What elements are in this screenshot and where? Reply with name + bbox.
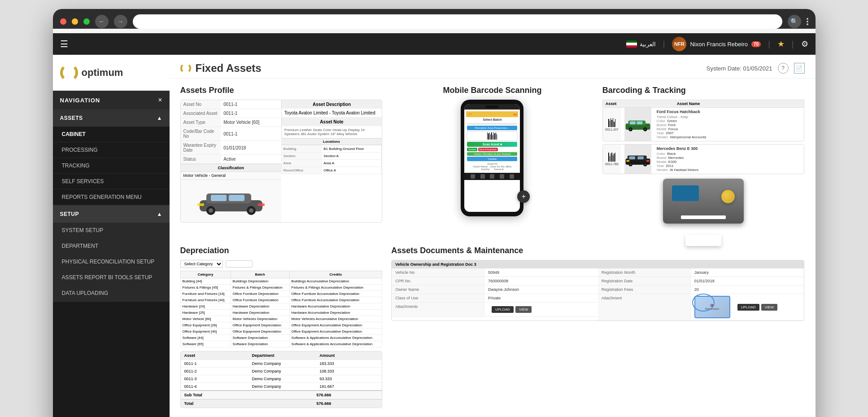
user-section[interactable]: NFR Nixon Francis Rebeiro 70 <box>672 37 761 51</box>
assets-documents-card: Assets Documents & Maintenance Vehicle O… <box>391 246 804 408</box>
svg-rect-21 <box>637 156 644 159</box>
view-button-2[interactable]: VIEW <box>761 304 777 311</box>
vehicle-detail-row: Brand Ford <box>657 123 803 127</box>
active-status: Active <box>467 148 477 151</box>
asset-no-value: 0011-1 <box>221 100 281 109</box>
sidebar-item-reports[interactable]: REPORTS GENERATION MENU <box>53 189 170 205</box>
subtotal-label: Sub Total <box>184 393 308 397</box>
sidebar-item-department[interactable]: DEPARTMENT <box>53 238 170 254</box>
attachment-row: Attachment 🇬🇧 <box>598 294 804 320</box>
minimize-window-button[interactable] <box>72 18 78 25</box>
upload-view-area-2: UPLOAD VIEW <box>734 302 781 312</box>
help-button[interactable]: ? <box>778 63 789 74</box>
vehicle-entry-2: 0011-780 <box>602 144 805 174</box>
phone-top-bar <box>464 104 520 110</box>
phone-bottom-bar <box>464 173 520 180</box>
nav-title: NAVIGATION <box>60 97 100 104</box>
close-window-button[interactable] <box>60 18 66 25</box>
vehicle-detail-row: Vendor Al Haddad Motors <box>657 168 803 172</box>
table-row: Fixtures & Fittings [45] Fixtures & Fitt… <box>180 285 382 291</box>
favorites-icon[interactable]: ★ <box>777 39 785 49</box>
settings-icon[interactable]: ⚙ <box>801 39 808 49</box>
browser-menu-button[interactable] <box>807 18 808 25</box>
update-button[interactable]: Update <box>467 157 517 161</box>
room-value: Office A <box>322 167 382 174</box>
amount-row-4: 0011-4 Demo Company 191.667 <box>181 382 382 390</box>
asset-no-label: Asset No <box>181 100 221 109</box>
table-row: Building B1 Building-Ground Floor <box>281 145 381 153</box>
scan-asset-button[interactable]: Scan Asset ■ <box>467 142 517 147</box>
asset-cell: 0011-4 <box>184 384 243 389</box>
car-image-area <box>181 180 281 222</box>
asset-type-value: Motor Vehicle [60] <box>221 118 281 127</box>
assets-section-title: ASSETS <box>60 115 83 121</box>
table-row: Asset Description <box>281 100 382 109</box>
reg-date-label: Registration Date <box>598 277 691 285</box>
table-row: Hardware [25] Hardware Depreciation Hard… <box>180 310 382 316</box>
amount-header: Amount <box>319 353 378 358</box>
owner-name-value: Dwayne.Johnson <box>484 285 598 294</box>
setup-section-header[interactable]: SETUP ▲ <box>53 206 170 223</box>
sidebar-item-processing[interactable]: PROCESSING <box>53 142 170 158</box>
assets-section-header[interactable]: ASSETS ▲ <box>53 110 170 127</box>
vehicle-detail-row: Model E300 <box>657 160 803 164</box>
page-header: Fixed Assets System Date: 01/05/2021 ? 📄 <box>170 55 816 79</box>
back-button[interactable]: ← <box>95 15 109 28</box>
forward-button[interactable]: → <box>114 15 127 28</box>
vehicle-barcode-1: 0011-247 <box>603 108 621 141</box>
sidebar-item-self-services[interactable]: SELF SERVICES <box>53 174 170 189</box>
desc-header: Asset Description <box>281 100 382 109</box>
svg-point-5 <box>209 208 213 213</box>
category-select[interactable]: Select Category <box>180 260 223 268</box>
notification-badge: 70 <box>751 41 761 47</box>
locations-header: Locations <box>281 138 382 145</box>
sidebar-item-cabinet[interactable]: CABINET <box>53 127 170 142</box>
phone-icons: ●● <box>513 113 517 116</box>
hamburger-button[interactable]: ☰ <box>60 39 68 49</box>
brand-value: Mercedes <box>668 156 684 160</box>
dept-cell: Demo Company <box>252 384 310 389</box>
sidebar-item-bi-tools[interactable]: ASSETS REPORT BI TOOLS SETUP <box>53 270 170 285</box>
vendor-label: Vendor <box>657 168 668 172</box>
nav-close-button[interactable]: × <box>158 96 162 104</box>
svg-rect-3 <box>229 195 244 201</box>
select-batch-label: Select Batch <box>466 117 518 122</box>
search-icon[interactable]: 🔍 <box>788 15 801 28</box>
sidebar-item-system-setup[interactable]: SYSTEM SETUP <box>53 223 170 238</box>
depreciation-card: Depreciation Select Category Category Ba… <box>180 246 383 408</box>
address-bar[interactable] <box>133 14 782 29</box>
sidebar-item-data-uploading[interactable]: DATA UPLOADING <box>53 285 170 301</box>
svg-point-7 <box>249 208 253 213</box>
language-button[interactable]: العربية <box>626 40 656 48</box>
credits-cell: Office Equipment Accumulative Depreciati… <box>289 322 382 329</box>
logo-ring <box>60 64 78 82</box>
reg-date-row: Registration Date 01/01/2018 <box>598 277 804 285</box>
table-row: Motor Vehicle [60] Motor Vehicles Deprec… <box>180 316 382 322</box>
sidebar-item-tracking[interactable]: TRACKING <box>53 158 170 174</box>
attachment-label: Attachment <box>598 294 691 320</box>
view-button-1[interactable]: VIEW <box>515 306 532 313</box>
browser-window: ← → 🔍 ☰ العربية | NFR Nixon Francis Rebe… <box>53 9 816 417</box>
sidebar-item-physical-recon[interactable]: PHYSICAL RECONCILIATION SETUP <box>53 254 170 270</box>
mercedes-car-svg <box>624 150 651 168</box>
table-row: Asset No 0011-1 <box>181 100 281 109</box>
total-value: 576.666 <box>317 401 379 406</box>
upload-button-2[interactable]: UPLOAD <box>737 304 759 311</box>
system-date-label: System Date: 01/05/2021 <box>707 65 772 72</box>
document-button[interactable]: 📄 <box>794 63 805 74</box>
plus-button[interactable]: + <box>517 190 530 203</box>
printer-body <box>663 179 744 237</box>
category-cell: Motor Vehicle [60] <box>180 316 231 322</box>
table-row: Area Area A <box>281 160 381 167</box>
phone-screen: OC ●● Select Batch Reception Area Respon… <box>464 104 520 212</box>
svg-rect-20 <box>629 156 635 159</box>
reg-month-row: Registration Month January <box>598 268 804 277</box>
asset-info-table: Asset No 0011-1 Associated Asset 0011-1 … <box>181 100 281 164</box>
upload-button-1[interactable]: UPLOAD <box>492 306 514 313</box>
asset-type-label: Asset Type <box>181 118 221 127</box>
maximize-window-button[interactable] <box>83 18 90 25</box>
dep-search-input[interactable] <box>226 260 253 268</box>
vehicle-img-2 <box>624 145 651 174</box>
batch-input[interactable] <box>467 123 517 125</box>
owner-name-row: Owner Name Dwayne.Johnson <box>392 285 598 294</box>
